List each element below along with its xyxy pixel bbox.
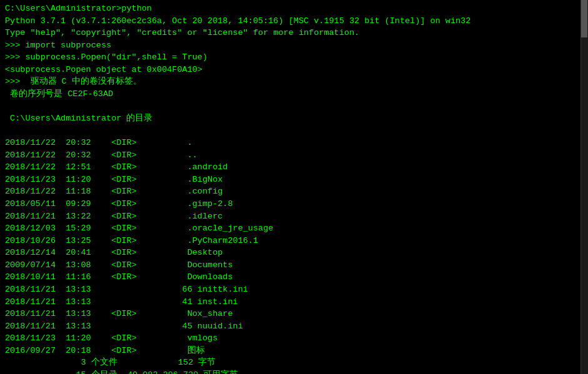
dir-row-17: 2018/11/23 11:20 <DIR> vmlogs <box>5 332 583 345</box>
dir-summary2: 15 个目录 40,082,206,720 可用字节 <box>5 369 583 374</box>
terminal-window[interactable]: C:\Users\Administrator>python Python 3.7… <box>0 0 588 374</box>
cmd-line: C:\Users\Administrator>python <box>5 2 583 15</box>
popen-object: <subprocess.Popen object at 0x004F0A10> <box>5 64 583 76</box>
dir-path: C:\Users\Administrator 的目录 <box>5 112 583 125</box>
dir-row-4: 2018/11/23 11:20 <DIR> .BigNox <box>5 174 583 186</box>
dir-row-8: 2018/12/03 15:29 <DIR> .oracle_jre_usage <box>5 222 583 235</box>
dir-header2: 卷的序列号是 CE2F-63AD <box>5 88 583 101</box>
dir-row-5: 2018/11/22 11:18 <DIR> .config <box>5 185 583 198</box>
dir-row-10: 2018/12/14 20:41 <DIR> Desktop <box>5 247 583 259</box>
dir-row-14: 2018/11/21 13:13 41 inst.ini <box>5 296 583 308</box>
dir-row-6: 2018/05/11 09:29 <DIR> .gimp-2.8 <box>5 198 583 210</box>
dir-row-1: 2018/11/22 20:32 <DIR> . <box>5 137 583 149</box>
blank1 <box>5 101 583 113</box>
dir-row-11: 2009/07/14 13:08 <DIR> Documents <box>5 259 583 272</box>
dir-row-7: 2018/11/21 13:22 <DIR> .idlerc <box>5 210 583 223</box>
scrollbar[interactable] <box>581 0 588 374</box>
dir-row-15: 2018/11/21 13:13 <DIR> Nox_share <box>5 308 583 320</box>
dir-row-12: 2018/10/11 11:16 <DIR> Downloads <box>5 271 583 283</box>
terminal-content: C:\Users\Administrator>python Python 3.7… <box>5 2 583 374</box>
dir-row-16: 2018/11/21 13:13 45 nuuid.ini <box>5 320 583 333</box>
dir-row-2: 2018/11/22 20:32 <DIR> .. <box>5 149 583 162</box>
dir-header1: >>> 驱动器 C 中的卷没有标签。 <box>5 76 583 88</box>
blank2 <box>5 125 583 137</box>
import-line: >>> import subprocess <box>5 39 583 52</box>
python-version: Python 3.7.1 (v3.7.1:260ec2c36a, Oct 20 … <box>5 15 583 27</box>
dir-row-13: 2018/11/21 13:13 66 inittk.ini <box>5 283 583 296</box>
dir-summary1: 3 个文件 152 字节 <box>5 357 583 369</box>
dir-row-3: 2018/11/22 12:51 <DIR> .android <box>5 161 583 174</box>
dir-row-9: 2018/10/26 13:25 <DIR> .PyCharm2016.1 <box>5 235 583 247</box>
scrollbar-thumb[interactable] <box>581 0 587 37</box>
dir-row-18: 2016/09/27 20:18 <DIR> 图标 <box>5 345 583 357</box>
popen-line: >>> subprocess.Popen("dir",shell = True) <box>5 51 583 64</box>
python-help: Type "help", "copyright", "credits" or "… <box>5 27 583 39</box>
